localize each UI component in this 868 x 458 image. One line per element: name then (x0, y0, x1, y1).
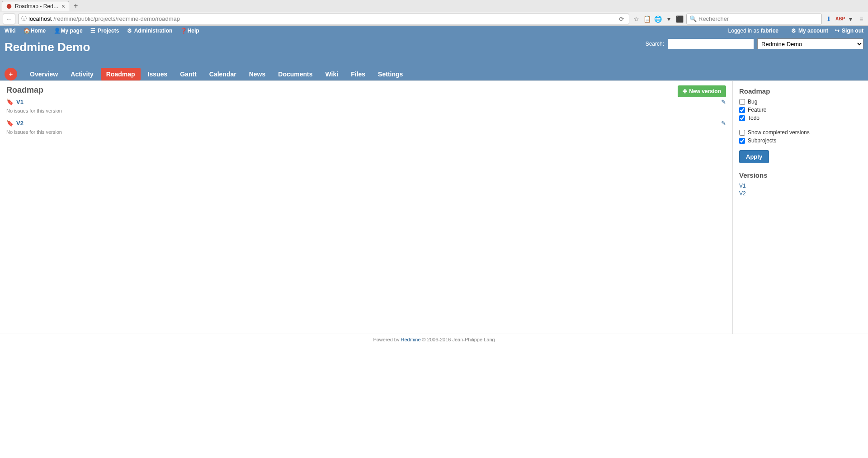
version-block: 🔖 V2 ✎ No issues for this version (6, 120, 726, 135)
version-link-v1[interactable]: 🔖 V1 (6, 99, 24, 105)
download-icon[interactable]: ⬇ (825, 15, 833, 23)
new-object-button[interactable]: + (5, 68, 17, 80)
sidebar-version-v2[interactable]: V2 (739, 190, 862, 197)
my-account-link[interactable]: ⚙My account (791, 28, 828, 34)
browser-back-button[interactable]: ← (3, 14, 15, 24)
top-mypage-link[interactable]: 👤My page (54, 28, 83, 34)
chevron-down-icon[interactable]: ▾ (846, 15, 854, 23)
footer-copyright: © 2006-2016 Jean-Philippe Lang (421, 337, 495, 342)
sidebar-version-v1[interactable]: V1 (739, 183, 862, 189)
tracker-bug-checkbox[interactable] (739, 99, 745, 105)
list-icon: ☰ (90, 28, 96, 34)
current-user-link[interactable]: fabrice (761, 28, 778, 34)
main-wrapper: ✚ New version Roadmap 🔖 V1 ✎ No issues f… (0, 80, 868, 334)
url-path: /redmine/public/projects/redmine-demo/ro… (53, 15, 180, 22)
browser-tab[interactable]: Roadmap - Red… × (2, 1, 69, 11)
page-title: Roadmap (6, 85, 726, 95)
tab-documents[interactable]: Documents (273, 68, 318, 80)
browser-tab-bar: Roadmap - Red… × + (0, 0, 868, 12)
edit-version-icon[interactable]: ✎ (721, 120, 726, 127)
tab-activity[interactable]: Activity (65, 68, 99, 80)
home-icon: 🏠 (24, 28, 29, 34)
tab-settings[interactable]: Settings (373, 68, 408, 80)
version-block: 🔖 V1 ✎ No issues for this version (6, 99, 726, 113)
browser-toolbar: ← ⓘ localhost/redmine/public/projects/re… (0, 12, 868, 25)
sidebar-roadmap-heading: Roadmap (739, 87, 862, 95)
project-jump-select[interactable]: Redmine Demo (757, 38, 863, 49)
content: ✚ New version Roadmap 🔖 V1 ✎ No issues f… (0, 81, 732, 334)
user-icon: 👤 (54, 28, 59, 34)
search-icon: 🔍 (689, 15, 697, 22)
bookmark-star-icon[interactable]: ☆ (632, 15, 640, 23)
footer-powered-by: Powered by (373, 337, 401, 342)
header: Search: Redmine Demo Redmine Demo + Over… (0, 36, 868, 80)
tab-close-icon[interactable]: × (61, 3, 65, 10)
gear-icon: ⚙ (127, 28, 132, 34)
gear-icon: ⚙ (791, 28, 797, 34)
chevron-down-icon[interactable]: ▾ (665, 15, 673, 23)
download-status-icon[interactable]: 🌐 (654, 15, 662, 23)
search-label: Search: (646, 41, 664, 47)
bookmark-icon: 🔖 (6, 99, 14, 105)
tracker-todo-checkbox[interactable] (739, 115, 745, 121)
help-icon: ❓ (180, 28, 186, 34)
new-version-button[interactable]: ✚ New version (678, 85, 726, 97)
sidebar-versions-heading: Versions (739, 171, 862, 179)
top-help-link[interactable]: ❓Help (180, 28, 199, 34)
browser-url-bar[interactable]: ⓘ localhost/redmine/public/projects/redm… (18, 14, 629, 24)
top-menu-left: Wiki 🏠Home 👤My page ☰Projects ⚙Administr… (5, 28, 206, 34)
top-projects-link[interactable]: ☰Projects (90, 28, 119, 34)
tab-wiki[interactable]: Wiki (320, 68, 344, 80)
favicon-icon (6, 3, 12, 9)
search-input[interactable] (668, 39, 754, 49)
new-tab-button[interactable]: + (69, 2, 82, 10)
quick-search: Search: Redmine Demo (646, 38, 863, 49)
contextual-actions: ✚ New version (678, 85, 726, 97)
footer: Powered by Redmine © 2006-2016 Jean-Phil… (0, 334, 868, 345)
browser-search-box[interactable]: 🔍 Rechercher (686, 14, 822, 24)
sign-out-link[interactable]: ↪Sign out (835, 28, 863, 34)
top-menu-right: Logged in as fabrice ⚙My account ↪Sign o… (728, 28, 863, 34)
apply-button[interactable]: Apply (739, 150, 769, 163)
subprojects-checkbox[interactable] (739, 138, 745, 144)
tracker-todo-label[interactable]: Todo (739, 115, 862, 121)
tab-issues[interactable]: Issues (142, 68, 173, 80)
clipboard-icon[interactable]: 📋 (643, 15, 651, 23)
top-admin-link[interactable]: ⚙Administration (127, 28, 173, 34)
browser-chrome: Roadmap - Red… × + ← ⓘ localhost/redmine… (0, 0, 868, 26)
version-link-v2[interactable]: 🔖 V2 (6, 120, 24, 127)
plus-icon: ✚ (683, 88, 687, 94)
top-home-link[interactable]: 🏠Home (24, 28, 46, 34)
pocket-icon[interactable]: ⬛ (675, 15, 684, 23)
browser-search-placeholder: Rechercher (698, 15, 729, 22)
tracker-feature-checkbox[interactable] (739, 107, 745, 113)
subprojects-label[interactable]: Subprojects (739, 137, 862, 144)
site-info-icon[interactable]: ⓘ (21, 15, 27, 23)
edit-version-icon[interactable]: ✎ (721, 99, 726, 105)
reload-icon[interactable]: ⟳ (617, 15, 626, 23)
footer-redmine-link[interactable]: Redmine (401, 337, 421, 342)
tab-overview[interactable]: Overview (24, 68, 63, 80)
browser-tab-title: Roadmap - Red… (15, 3, 59, 9)
tracker-bug-label[interactable]: Bug (739, 99, 862, 105)
no-issues-text: No issues for this version (6, 108, 726, 113)
abp-icon[interactable]: ABP (835, 16, 844, 21)
tab-roadmap[interactable]: Roadmap (101, 68, 141, 80)
show-completed-checkbox[interactable] (739, 130, 745, 136)
hamburger-menu-icon[interactable]: ≡ (857, 15, 865, 23)
tab-news[interactable]: News (244, 68, 271, 80)
top-menu: Wiki 🏠Home 👤My page ☰Projects ⚙Administr… (0, 26, 868, 36)
logged-in-text: Logged in as fabrice (728, 28, 785, 34)
svg-point-0 (7, 4, 12, 9)
tab-calendar[interactable]: Calendar (204, 68, 242, 80)
tab-files[interactable]: Files (345, 68, 371, 80)
url-host: localhost (28, 15, 52, 22)
main-menu: + Overview Activity Roadmap Issues Gantt… (5, 60, 863, 80)
signout-icon: ↪ (835, 28, 840, 34)
tracker-feature-label[interactable]: Feature (739, 107, 862, 113)
tab-gantt[interactable]: Gantt (175, 68, 202, 80)
sidebar: Roadmap Bug Feature Todo Show completed … (732, 81, 868, 334)
top-wiki-link[interactable]: Wiki (5, 28, 16, 34)
no-issues-text: No issues for this version (6, 129, 726, 135)
show-completed-label[interactable]: Show completed versions (739, 129, 862, 136)
